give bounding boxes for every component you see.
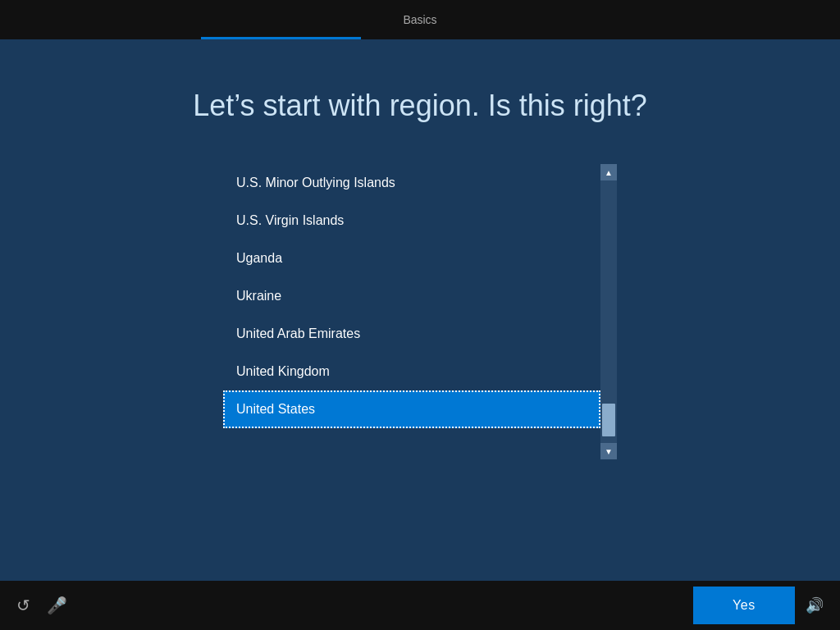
list-item-ukraine[interactable]: Ukraine xyxy=(223,277,600,315)
page-heading: Let’s start with region. Is this right? xyxy=(193,89,647,123)
bottom-bar: ↺ 🎤 Yes 🔊 xyxy=(0,581,840,630)
top-bar-title: Basics xyxy=(403,13,436,26)
list-item-us[interactable]: United States xyxy=(223,390,600,428)
list-item-uganda[interactable]: Uganda xyxy=(223,240,600,277)
bottom-right-icons: Yes 🔊 xyxy=(693,587,824,624)
list-item-us-minor[interactable]: U.S. Minor Outlying Islands xyxy=(223,164,600,202)
scroll-down-arrow[interactable]: ▼ xyxy=(600,443,617,459)
list-item-us-virgin[interactable]: U.S. Virgin Islands xyxy=(223,202,600,240)
list-item-uk[interactable]: United Kingdom xyxy=(223,353,600,390)
bottom-left-icons: ↺ 🎤 xyxy=(16,596,67,615)
top-bar: Basics xyxy=(0,0,840,39)
scrollbar-track[interactable]: ▲ ▼ xyxy=(600,164,617,459)
yes-button[interactable]: Yes xyxy=(693,587,795,624)
top-bar-underline xyxy=(201,37,361,39)
microphone-icon[interactable]: 🎤 xyxy=(47,596,67,615)
region-list[interactable]: U.S. Minor Outlying IslandsU.S. Virgin I… xyxy=(223,164,600,459)
volume-icon[interactable]: 🔊 xyxy=(806,596,824,614)
scrollbar-thumb[interactable] xyxy=(602,404,615,436)
list-item-uae[interactable]: United Arab Emirates xyxy=(223,315,600,353)
back-icon[interactable]: ↺ xyxy=(16,596,30,615)
main-content: Let’s start with region. Is this right? … xyxy=(0,39,840,581)
scrollbar-thumb-area xyxy=(600,180,617,443)
scroll-up-arrow[interactable]: ▲ xyxy=(600,164,617,180)
list-container: U.S. Minor Outlying IslandsU.S. Virgin I… xyxy=(223,164,617,459)
